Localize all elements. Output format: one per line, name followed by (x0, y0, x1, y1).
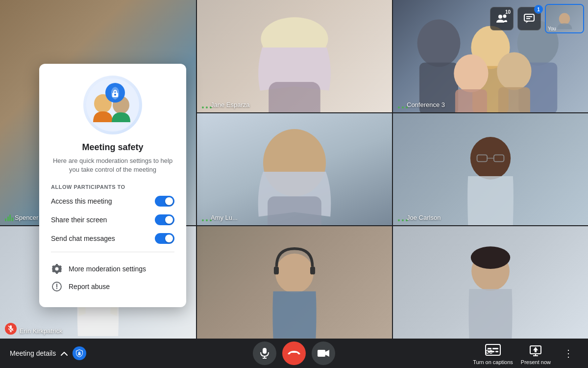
top-right-panel: 10 1 You (490, 4, 584, 33)
svg-point-16 (497, 52, 531, 90)
svg-rect-35 (310, 267, 315, 275)
you-thumbnail[interactable]: You (545, 4, 584, 33)
cell-name-spencer: Spencer (15, 214, 38, 221)
svg-point-33 (275, 254, 314, 293)
toggle-share-switch[interactable] (155, 214, 174, 225)
dialog-subtitle: Here are quick moderation settings to he… (51, 157, 174, 174)
mic-off-erin (5, 323, 17, 335)
toggle-access-label: Access this meeting (51, 197, 112, 205)
svg-rect-63 (495, 351, 498, 352)
svg-point-37 (471, 246, 510, 269)
more-options-button[interactable]: ⋮ (559, 343, 578, 363)
toggle-chat[interactable]: Send chat messages (51, 233, 174, 244)
video-cell-p8[interactable] (393, 226, 588, 339)
speaking-indicator-spencer (5, 214, 13, 221)
svg-rect-34 (274, 267, 279, 275)
svg-rect-61 (492, 348, 498, 349)
dialog-title: Meeting safety (51, 142, 174, 153)
svg-point-49 (114, 94, 116, 96)
participants-button[interactable]: 10 (490, 7, 514, 30)
mute-button[interactable] (253, 342, 276, 365)
svg-text:CC: CC (486, 349, 492, 355)
dialog-divider (51, 252, 174, 252)
center-controls (253, 342, 335, 365)
present-now-button[interactable]: Present now (521, 342, 551, 365)
svg-rect-15 (455, 89, 487, 112)
video-cell-joe[interactable]: Joe Carlson (393, 113, 588, 226)
cell-name-conference3: Conference 3 (407, 101, 445, 108)
svg-point-50 (55, 267, 59, 271)
dialog-illustration (83, 76, 142, 134)
shield-icon (73, 346, 86, 360)
cell-name-amylu: Amy Lu... (211, 214, 238, 221)
participants-count: 10 (505, 9, 511, 15)
chat-badge: 1 (534, 5, 543, 14)
more-options-icon: ⋮ (564, 347, 573, 359)
chevron-up-icon (61, 351, 68, 356)
meeting-details-label: Meeting details (10, 349, 56, 357)
svg-rect-19 (268, 196, 321, 225)
present-label: Present now (521, 359, 551, 365)
toggle-share-label: Share their screen (51, 216, 107, 224)
captions-label: Turn on captions (473, 359, 513, 365)
end-call-button[interactable] (282, 342, 306, 365)
toggle-share[interactable]: Share their screen (51, 214, 174, 225)
svg-point-53 (56, 288, 57, 289)
svg-point-43 (559, 13, 570, 25)
more-moderation-text: More moderation settings (69, 265, 146, 273)
cell-name-jane: Jane Esparza (211, 101, 250, 108)
toggle-chat-label: Send chat messages (51, 235, 115, 242)
video-cell-jane[interactable]: Jane Esparza (197, 0, 392, 112)
right-controls: CC Turn on captions Present now ⋮ (473, 342, 578, 365)
toggle-access[interactable]: Access this meeting (51, 196, 174, 207)
report-icon (51, 281, 63, 292)
svg-rect-40 (524, 14, 534, 21)
captions-icon: CC (485, 342, 501, 358)
chat-button[interactable]: 1 (517, 7, 541, 30)
video-cell-p7[interactable] (197, 226, 392, 339)
report-abuse-link[interactable]: Report abuse (51, 278, 174, 295)
svg-rect-55 (263, 348, 267, 354)
svg-rect-54 (78, 353, 81, 355)
present-icon (528, 342, 543, 358)
meeting-safety-dialog: Meeting safety Here are quick moderation… (39, 64, 186, 307)
toggle-access-switch[interactable] (155, 196, 174, 207)
dialog-section-label: ALLOW PARTICIPANTS TO (51, 184, 174, 190)
svg-point-38 (498, 15, 502, 19)
more-moderation-link[interactable]: More moderation settings (51, 260, 174, 278)
gear-icon (51, 263, 63, 275)
toggle-chat-switch[interactable] (155, 233, 174, 244)
bottom-toolbar: Meeting details (0, 339, 588, 368)
svg-point-8 (417, 20, 460, 67)
you-label: You (548, 26, 556, 31)
meeting-details[interactable]: Meeting details (10, 346, 86, 360)
svg-rect-17 (498, 87, 530, 112)
video-cell-amylu[interactable]: Amy Lu... (197, 113, 392, 226)
cell-name-erin: Erin Kirkpatrick (20, 327, 62, 335)
cell-name-joe: Joe Carlson (407, 214, 441, 221)
report-abuse-text: Report abuse (69, 283, 110, 290)
captions-button[interactable]: CC Turn on captions (473, 342, 513, 365)
svg-rect-58 (318, 350, 325, 357)
svg-point-14 (454, 54, 488, 92)
svg-point-39 (503, 15, 507, 18)
svg-rect-7 (269, 82, 320, 112)
camera-button[interactable] (312, 342, 335, 365)
